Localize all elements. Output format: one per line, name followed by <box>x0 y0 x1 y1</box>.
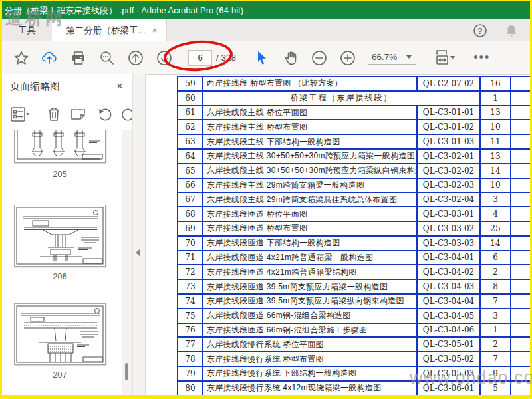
table-cell-code: QL-C3-02-04 <box>418 193 481 207</box>
window-title: 分册（桥梁工程东岸接线段） .pdf - Adobe Acrobat Pro (… <box>2 1 530 19</box>
table-cell-code: QL-C3-01-02 <box>418 120 481 135</box>
table-cell-no: 69 <box>178 222 203 237</box>
thumbnail-label: 206 <box>14 271 106 281</box>
table-cell-count: 25 <box>481 222 511 237</box>
table-row: 78东岸接线段慢行系统 桥型布置图QL-C3-05-027 <box>178 352 530 367</box>
table-cell-no: 68 <box>178 207 203 222</box>
previous-page-icon[interactable] <box>127 49 144 66</box>
table-cell-code: QL-C3-01-01 <box>418 106 481 121</box>
table-row: 67东岸接线段主线 29m跨简支箱梁悬挂系统总体布置图QL-C3-02-043 <box>178 193 530 207</box>
table-cell-code: QL-C3-04-01 <box>418 251 481 266</box>
table-cell-extra <box>511 280 530 295</box>
table-cell-no: 64 <box>178 150 203 164</box>
table-row: 73东岸接线段匝道 39.5m简支预应力箱梁一般构造图QL-C3-04-038 <box>178 280 530 295</box>
table-cell-no: 60 <box>178 92 203 106</box>
table-cell-code: QL-C3-04-05 <box>418 309 481 324</box>
table-cell-extra <box>511 338 530 352</box>
panel-scrollbar-thumb[interactable] <box>125 363 128 380</box>
table-cell-count: 14 <box>481 164 511 179</box>
more-tools-icon[interactable]: ••• <box>473 51 490 65</box>
table-cell-title: 东岸接线段匝道 39.5m简支预应力箱梁纵向钢束构造图 <box>203 295 418 309</box>
table-cell-extra <box>511 135 530 150</box>
panel-close-icon[interactable]: × <box>116 80 123 93</box>
zoom-out-icon[interactable] <box>311 49 328 66</box>
next-page-icon[interactable] <box>156 49 173 66</box>
table-cell-title: 东岸接线段匝道 桥型布置图 <box>203 222 418 237</box>
hand-tool-icon[interactable] <box>282 49 299 66</box>
table-cell-count: 7 <box>481 352 511 367</box>
notifications-bell-icon[interactable] <box>505 23 518 38</box>
table-cell-no: 71 <box>178 251 203 266</box>
table-cell-code: QL-C3-02-02 <box>418 164 481 179</box>
table-cell-code: QL-C3-04-06 <box>418 324 481 338</box>
table-cell-no: 61 <box>178 106 203 121</box>
favorites-star-icon[interactable] <box>13 49 30 66</box>
thumbnail-page-207[interactable] <box>14 303 106 365</box>
table-cell-no: 78 <box>178 352 203 367</box>
table-cell-title: 东岸接线段慢行系统 4x12m现浇箱梁一般构造图 <box>203 382 418 395</box>
table-row: 66东岸接线段主线 29m跨简支箱梁一般构造图QL-C3-02-0310 <box>178 179 530 194</box>
table-row: 77东岸接线段慢行系统 桥位平面图QL-C3-05-012 <box>178 338 530 352</box>
table-cell-no: 65 <box>178 164 203 179</box>
table-cell-count: 10 <box>481 120 511 135</box>
select-tool-icon[interactable] <box>253 49 271 66</box>
tab-document[interactable]: _第二分册（桥梁工... × <box>52 19 167 41</box>
panel-title: 页面缩略图 <box>10 80 116 93</box>
table-cell-no: 76 <box>178 324 203 338</box>
thumbnail-page-206[interactable] <box>14 205 106 267</box>
thumbnail-label: 205 <box>14 169 106 179</box>
table-row: 70东岸接线段匝道 下部结构一般构造图QL-C3-03-0314 <box>178 237 530 251</box>
table-row: 74东岸接线段匝道 39.5m简支预应力箱梁纵向钢束构造图QL-C3-04-04… <box>178 295 530 309</box>
thumbnail-page-205[interactable] <box>14 130 106 163</box>
table-cell-count: 1 <box>481 92 511 106</box>
thumbnail-options-icon[interactable] <box>10 106 30 123</box>
watermark-bottom-right: www.ondao.com <box>410 368 532 388</box>
table-cell-no: 66 <box>178 179 203 194</box>
table-row: 72东岸接线段匝道 4x21m跨普通箱梁结构图QL-C3-04-022 <box>178 265 530 280</box>
panel-scrollbar[interactable] <box>122 130 132 395</box>
delete-pages-trash-icon[interactable] <box>46 106 62 123</box>
collapse-panel-icon[interactable] <box>136 249 140 257</box>
table-cell-code: QL-C3-01-03 <box>418 135 481 150</box>
table-cell-title: 东岸接线段主线 29m跨简支箱梁悬挂系统总体布置图 <box>203 193 418 207</box>
table-cell-title: 东岸接线段匝道 66m钢-混组合梁构造图 <box>203 309 418 324</box>
table-cell-title: 东岸接线段匝道 4x21m跨普通箱梁结构图 <box>203 265 418 280</box>
thumbnail-label: 207 <box>14 370 106 380</box>
rotate-counterclockwise-icon[interactable] <box>96 106 114 123</box>
panel-divider[interactable] <box>132 74 146 395</box>
table-cell-title: 东岸接线段主线 桥型布置图 <box>203 120 418 135</box>
search-icon[interactable] <box>98 49 116 66</box>
table-cell-no: 67 <box>178 193 203 207</box>
tab-close-icon[interactable]: × <box>152 25 158 35</box>
table-cell-code: QL-C3-03-01 <box>418 207 481 222</box>
table-cell-no: 73 <box>178 280 203 295</box>
page-fit-icon[interactable] <box>432 49 458 66</box>
table-cell-title: 东岸接线段慢行系统 桥位平面图 <box>203 338 418 352</box>
drawing-index-table: 59西岸接线段 桥型布置图 （比较方案）QL-C2-07-021660桥梁工程（… <box>177 76 530 395</box>
table-cell-title: 东岸接线段主线 下部结构一般构造图 <box>203 135 418 150</box>
table-cell-extra <box>511 120 530 135</box>
table-cell-code: QL-C2-07-02 <box>418 77 481 92</box>
table-cell-count: 3 <box>481 309 511 324</box>
tab-bar: 工具 _第二分册（桥梁工... × ? <box>2 19 530 41</box>
table-row: 68东岸接线段匝道 桥位平面图QL-C3-03-014 <box>178 207 530 222</box>
print-icon[interactable] <box>70 49 87 66</box>
table-cell-no: 72 <box>178 265 203 280</box>
table-cell-extra <box>511 251 530 266</box>
share-cloud-upload-icon[interactable] <box>41 49 59 66</box>
table-cell-title: 东岸接线段慢行系统 下部结构一般构造图 <box>203 367 418 382</box>
table-cell-extra <box>511 352 530 367</box>
help-icon[interactable]: ? <box>473 23 487 38</box>
thumbnail-list: 205 <box>2 130 122 395</box>
extract-pages-icon[interactable] <box>70 106 88 123</box>
main-toolbar: / 328 66.7% ••• <box>2 41 530 74</box>
zoom-in-icon[interactable] <box>339 49 356 66</box>
table-cell-no: 62 <box>178 120 203 135</box>
table-cell-title: 东岸接线段匝道 4x21m跨普通箱梁一般构造图 <box>203 251 418 266</box>
page-number-input[interactable] <box>188 50 212 66</box>
zoom-level-select[interactable]: 66.7% <box>368 51 416 65</box>
table-cell-count: 13 <box>481 106 511 121</box>
table-cell-no: 70 <box>178 237 203 251</box>
chevron-down-icon <box>406 55 412 59</box>
table-cell-extra <box>511 92 530 106</box>
